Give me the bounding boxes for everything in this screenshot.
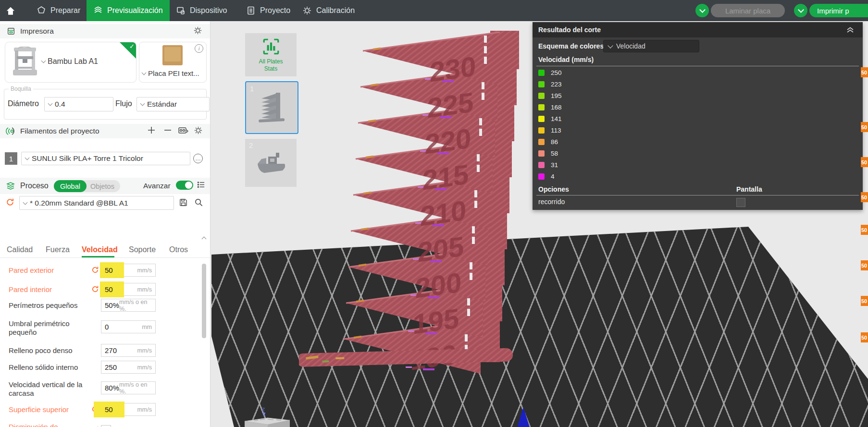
setting-row: Relleno sólido interno 250mm/s: [0, 361, 210, 377]
advanced-toggle[interactable]: [176, 181, 193, 190]
plus-icon: [147, 126, 156, 134]
chevron-down-icon: [140, 101, 145, 106]
setting-row: Disminución de velocidad de voladizo: [0, 422, 210, 427]
tab-previsualizacion[interactable]: Previsualización: [87, 0, 170, 21]
color-scheme-value: Velocidad: [616, 42, 645, 50]
setting-input[interactable]: 0mm: [101, 320, 156, 333]
ams-sync-button[interactable]: [178, 126, 188, 135]
plate-thumbnail-1[interactable]: 1: [245, 81, 298, 134]
edge-badge: 50: [861, 157, 868, 167]
svg-text:210: 210: [420, 194, 467, 232]
color-scheme-select[interactable]: Velocidad: [603, 40, 699, 52]
svg-text:195: 195: [413, 302, 459, 340]
z-axis-arrow: [263, 413, 265, 418]
chevron-down-icon: [23, 200, 28, 205]
svg-text:220: 220: [425, 122, 471, 159]
setting-row: Pared exterior 50mm/s: [0, 264, 210, 280]
scope-global[interactable]: Global: [54, 180, 87, 192]
filament-slot-number[interactable]: 1: [5, 152, 17, 165]
tab-preparar[interactable]: Preparar: [30, 0, 87, 21]
setting-label: Velocidad vertical de la carcasa: [9, 380, 90, 398]
all-plates-stats-button[interactable]: All Plates Stats: [245, 33, 297, 76]
chevron-down-icon: [48, 101, 53, 106]
view-navigation-cube[interactable]: z: [240, 405, 298, 427]
filament-select[interactable]: SUNLU Silk PLA+ Torre 1 Tricolor: [21, 152, 190, 165]
legend-item: 141: [538, 114, 562, 123]
edge-badge: 50: [861, 67, 868, 77]
preset-name: * 0.20mm Standard @BBL A1: [30, 199, 128, 207]
add-filament-button[interactable]: [147, 126, 156, 134]
scope-objects[interactable]: Objetos: [87, 183, 120, 190]
filament-more-button[interactable]: …: [193, 154, 203, 163]
plate-thumbnail-2[interactable]: 2: [245, 139, 297, 187]
legend-value: 168: [551, 104, 562, 111]
setting-label: Perímetros pequeños: [9, 301, 90, 310]
preset-select[interactable]: * 0.20mm Standard @BBL A1: [19, 196, 174, 210]
collapse-panel-button[interactable]: [846, 26, 854, 35]
printer-settings-button[interactable]: [193, 26, 202, 35]
plate-select[interactable]: Placa PEI text...: [142, 69, 199, 77]
home-icon: [5, 6, 16, 16]
preset-reset-button[interactable]: [6, 198, 14, 207]
search-settings-button[interactable]: [194, 198, 203, 207]
slice-plate-button[interactable]: Laminar placa: [711, 4, 785, 17]
legend-swatch: [538, 104, 545, 110]
svg-text:225: 225: [427, 86, 474, 123]
tab-soporte[interactable]: Soporte: [129, 245, 156, 254]
process-list-button[interactable]: [197, 181, 205, 189]
info-icon[interactable]: i: [195, 44, 203, 53]
slice-result-panel: Resultado del corte Esquema de colores V…: [533, 22, 863, 210]
travel-checkbox[interactable]: [736, 198, 745, 207]
settings-scrollbar[interactable]: [202, 264, 206, 338]
remove-filament-button[interactable]: [163, 126, 172, 134]
legend-swatch: [538, 173, 545, 180]
travel-option-label: recorrido: [538, 198, 565, 206]
options-column-header: Opciones: [538, 185, 569, 193]
tab-otros[interactable]: Otros: [169, 245, 188, 254]
setting-input[interactable]: 250mm/s: [101, 361, 156, 374]
setting-input[interactable]: 50mm/s: [101, 403, 156, 416]
tab-fuerza[interactable]: Fuerza: [46, 245, 70, 254]
legend-item: 4: [538, 171, 555, 181]
setting-input[interactable]: 80%mm/s o en %.: [101, 381, 156, 394]
reset-icon[interactable]: [91, 266, 99, 274]
result-panel-header[interactable]: Resultado del corte: [533, 22, 863, 37]
setting-label: Relleno sólido interno: [9, 363, 90, 372]
setting-input[interactable]: 50%mm/s o en %.: [101, 299, 156, 312]
tab-dispositivo[interactable]: Dispositivo: [169, 0, 234, 21]
legend-value: 31: [551, 161, 558, 169]
legend-item: 58: [538, 148, 558, 158]
tab-calidad[interactable]: Calidad: [7, 245, 33, 254]
printer-icon: [7, 27, 15, 36]
home-button[interactable]: [4, 4, 17, 18]
setting-input[interactable]: 50mm/s: [101, 283, 156, 296]
tab-proyecto[interactable]: Proyecto: [239, 0, 297, 21]
svg-text:200: 200: [415, 266, 462, 304]
save-preset-button[interactable]: [179, 198, 188, 207]
printer-card[interactable]: Bambu Lab A1 ✓: [5, 42, 136, 83]
tab-velocidad[interactable]: Velocidad: [82, 245, 118, 254]
flow-select[interactable]: Estándar: [136, 97, 210, 111]
tab-calibracion[interactable]: Calibración: [296, 0, 361, 21]
scroll-up-icon[interactable]: [202, 234, 206, 243]
legend-value: 58: [551, 150, 558, 157]
scope-switch[interactable]: Global Objetos: [54, 180, 120, 192]
flow-value: Estándar: [147, 100, 177, 109]
setting-input[interactable]: 270mm/s: [101, 344, 156, 357]
printer-name: Bambu Lab A1: [48, 57, 98, 66]
printer-select[interactable]: Bambu Lab A1: [42, 57, 98, 66]
filament-settings-button[interactable]: [194, 126, 203, 135]
setting-input[interactable]: 50mm/s: [101, 264, 156, 277]
setting-label: Pared exterior: [9, 266, 90, 275]
setting-checkbox[interactable]: [101, 425, 111, 427]
reset-icon[interactable]: [91, 285, 99, 293]
print-dropdown-button[interactable]: [794, 4, 807, 17]
slice-dropdown-button[interactable]: [695, 4, 709, 17]
temperature-tower-model[interactable]: 190 195 200 205: [299, 31, 525, 381]
plate-card[interactable]: i Placa PEI text...: [139, 42, 207, 83]
print-plate-button[interactable]: Imprimir p: [809, 4, 868, 17]
diameter-select[interactable]: 0.4: [44, 97, 113, 111]
tabs-divider: [0, 257, 210, 258]
chevron-down-icon: [41, 59, 46, 63]
plate-image: [162, 45, 183, 65]
